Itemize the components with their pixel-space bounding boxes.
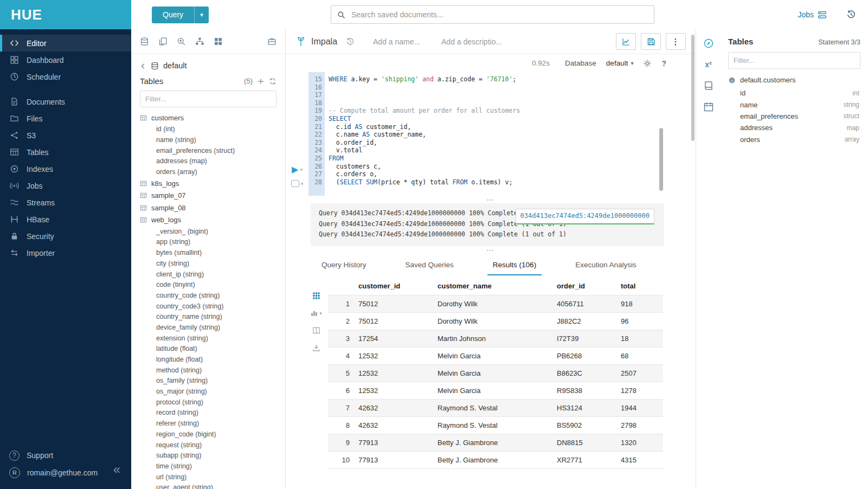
- table-row[interactable]: 275012Dorothy WilkJ882C296: [328, 313, 663, 330]
- assist-column[interactable]: name (string): [140, 134, 285, 145]
- assist-column[interactable]: _version_ (bigint): [140, 226, 285, 237]
- databases-icon[interactable]: [140, 37, 149, 46]
- code-line[interactable]: [329, 99, 696, 107]
- resize-handle-bottom[interactable]: ⋯: [286, 246, 696, 254]
- documents-copy-icon[interactable]: [158, 37, 168, 46]
- query-button[interactable]: Query: [152, 7, 194, 23]
- table-row[interactable]: 977913Betty J. GiambroneDN88151320: [328, 434, 663, 452]
- sidebar-item-documents[interactable]: Documents: [0, 93, 131, 110]
- tab-execution-analysis[interactable]: Execution Analysis: [570, 261, 642, 275]
- query-name-input[interactable]: [372, 37, 430, 47]
- search-plus-icon[interactable]: [177, 37, 186, 46]
- assist-column[interactable]: latitude (float): [140, 344, 285, 355]
- language-docs-icon[interactable]: [703, 80, 714, 91]
- assist-column[interactable]: country_name (string): [140, 311, 285, 322]
- sidebar-item-scheduler[interactable]: Scheduler: [0, 68, 131, 85]
- assist-column[interactable]: protocol (string): [140, 397, 285, 408]
- more-options-button[interactable]: ⋮: [666, 33, 686, 50]
- query-id-tooltip[interactable]: 034d413ec7474ed5:4249de1000000000: [516, 209, 654, 224]
- chevron-left-icon[interactable]: [140, 62, 146, 69]
- assist-table-customers[interactable]: customers: [140, 112, 285, 124]
- column-header[interactable]: order_id: [552, 276, 616, 295]
- assist-table-sample_08[interactable]: sample_08: [140, 202, 285, 214]
- editor-scrollbar[interactable]: [659, 128, 663, 191]
- schedule-icon[interactable]: [703, 101, 714, 112]
- assist-column[interactable]: region_code (bigint): [140, 429, 285, 440]
- sidebar-item-files[interactable]: Files: [0, 110, 131, 127]
- assist-column[interactable]: client_ip (string): [140, 269, 285, 280]
- right-column-addresses[interactable]: addressesmap: [728, 122, 860, 133]
- apps-grid-icon[interactable]: [214, 37, 223, 46]
- table-row[interactable]: 175012Dorothy Wilk4056711918: [328, 295, 663, 313]
- chart-button[interactable]: [616, 33, 636, 50]
- right-filter-input[interactable]: [728, 52, 860, 69]
- hue-logo[interactable]: HUE: [0, 0, 131, 29]
- query-history-icon[interactable]: [346, 37, 355, 46]
- tab-query-history[interactable]: Query History: [316, 261, 372, 275]
- assist-column[interactable]: longitude (float): [140, 354, 285, 365]
- tab-saved-queries[interactable]: Saved Queries: [400, 261, 459, 275]
- assist-filter-input[interactable]: [140, 91, 277, 107]
- right-column-orders[interactable]: ordersarray: [728, 134, 860, 145]
- main-scrollbar[interactable]: [691, 35, 695, 141]
- help-icon[interactable]: ?: [661, 59, 666, 68]
- results-columns-button[interactable]: [312, 326, 320, 334]
- snippet-settings-button[interactable]: ▾: [291, 180, 304, 187]
- tab-results-106[interactable]: Results (106): [487, 261, 542, 275]
- assist-column[interactable]: record (string): [140, 408, 285, 419]
- assist-column[interactable]: device_family (string): [140, 322, 285, 333]
- assist-column[interactable]: email_preferences (struct): [140, 145, 285, 156]
- gear-icon[interactable]: [643, 59, 652, 68]
- breadcrumb-database[interactable]: default: [163, 61, 187, 70]
- table-row[interactable]: 612532Melvin GarciaR9S8381278: [328, 382, 663, 400]
- assist-column[interactable]: country_code3 (string): [140, 301, 285, 312]
- code-line[interactable]: customers c,: [329, 163, 696, 171]
- sidebar-item-dashboard[interactable]: Dashboard: [0, 52, 131, 68]
- search-input[interactable]: [350, 10, 648, 20]
- global-search[interactable]: [331, 5, 654, 24]
- jobs-link[interactable]: Jobs: [798, 10, 827, 20]
- assist-column[interactable]: city (string): [140, 258, 285, 269]
- assist-column[interactable]: os_family (string): [140, 376, 285, 387]
- code-line[interactable]: [329, 83, 696, 92]
- table-row[interactable]: 842632Raymond S. VestalBS59022798: [328, 417, 663, 434]
- sidebar-item-user[interactable]: R romain@gethue.com: [0, 464, 131, 481]
- code-line[interactable]: FROM: [329, 155, 696, 163]
- assist-column[interactable]: code (tinyint): [140, 279, 285, 290]
- assist-column[interactable]: method (string): [140, 365, 285, 376]
- refresh-icon[interactable]: [269, 78, 277, 85]
- sidebar-item-security[interactable]: Security: [0, 228, 131, 244]
- table-row[interactable]: 512532Melvin GarciaB8623C2507: [328, 365, 663, 382]
- assist-column[interactable]: url (string): [140, 472, 285, 482]
- results-grid-button[interactable]: [312, 292, 320, 300]
- right-column-name[interactable]: namestring: [728, 99, 860, 110]
- results-chart-button[interactable]: ▾: [310, 309, 322, 317]
- code-line[interactable]: SELECT: [329, 115, 696, 123]
- assist-column[interactable]: country_code (string): [140, 290, 285, 301]
- assist-table-k8s_logs[interactable]: k8s_logs: [140, 177, 285, 190]
- table-row[interactable]: 1077913Betty J. GiambroneXR27714315: [328, 452, 663, 469]
- sidebar-item-indexes[interactable]: Indexes: [0, 160, 131, 177]
- sidebar-item-support[interactable]: ? Support: [0, 447, 131, 464]
- assist-column[interactable]: referer (string): [140, 418, 285, 429]
- column-header[interactable]: total: [616, 276, 663, 295]
- code-line[interactable]: -- Compute total amount per order for al…: [329, 107, 696, 115]
- assist-column[interactable]: app (string): [140, 237, 285, 248]
- column-header[interactable]: customer_id: [354, 276, 433, 295]
- sql-code[interactable]: WHERE a.key = 'shipping' and a.zip_code …: [325, 72, 696, 196]
- assist-table-web_logs[interactable]: web_logs: [140, 214, 285, 226]
- sidebar-item-hbase[interactable]: HBase: [0, 211, 131, 228]
- right-column-id[interactable]: idint: [728, 87, 860, 99]
- sidebar-item-importer[interactable]: Importer: [0, 244, 131, 261]
- sidebar-item-jobs[interactable]: Jobs: [0, 177, 131, 194]
- results-download-button[interactable]: [312, 344, 320, 352]
- sidebar-item-s3[interactable]: S3: [0, 127, 131, 144]
- briefcase-icon[interactable]: [267, 37, 277, 46]
- query-dropdown-caret[interactable]: ▾: [194, 7, 209, 23]
- history-icon[interactable]: [846, 10, 856, 20]
- assist-column[interactable]: os_major (string): [140, 386, 285, 397]
- code-line[interactable]: c.orders o,: [329, 170, 696, 178]
- explore-icon[interactable]: [703, 38, 714, 49]
- sidebar-item-tables[interactable]: Tables: [0, 144, 131, 160]
- sidebar-item-editor[interactable]: Editor: [0, 35, 131, 52]
